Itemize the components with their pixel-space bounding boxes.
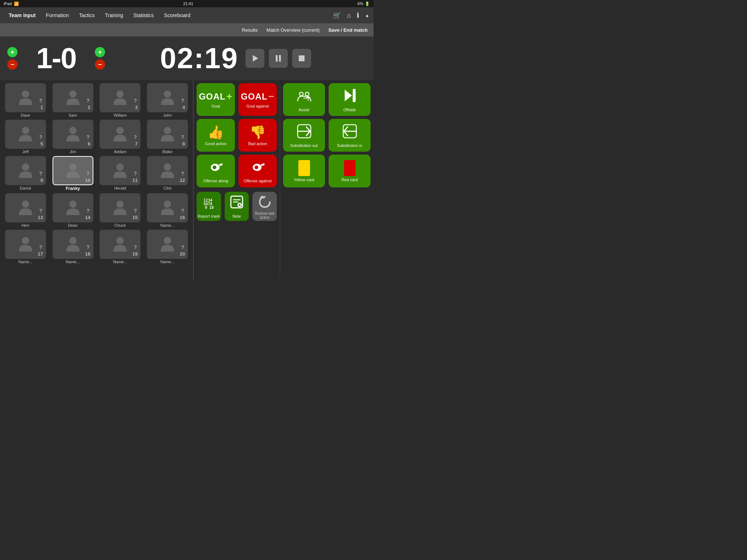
player-cell-19[interactable]: ? 19 Name... (98, 230, 143, 264)
player-cell-10[interactable]: ? 10 Franky (50, 156, 96, 191)
tab-formation[interactable]: Formation (42, 10, 73, 20)
player-avatar-14: ? 14 (53, 193, 93, 222)
save-end-match-button[interactable]: Save / End match (328, 27, 368, 33)
pause-button[interactable] (269, 49, 288, 68)
stop-button[interactable] (292, 49, 311, 68)
player-cell-15[interactable]: ? 15 Chuck (98, 193, 143, 228)
match-overview-link[interactable]: Match Overview (current) (266, 27, 320, 33)
bad-action-button[interactable]: 👎 Bad action (239, 119, 277, 152)
svg-rect-2 (279, 55, 281, 62)
info-icon[interactable]: ℹ (357, 11, 359, 19)
score-minus-away[interactable]: − (95, 59, 105, 70)
tab-tactics[interactable]: Tactics (75, 10, 99, 20)
sub-in-icon (342, 123, 358, 142)
substitution-in-button[interactable]: Substitution in (329, 119, 371, 152)
player-cell-9[interactable]: ? 9 Darick (3, 156, 48, 191)
cart-icon[interactable]: 🛒 (333, 11, 341, 19)
assist-label: Assist (299, 108, 309, 112)
svg-point-20 (22, 237, 29, 244)
action-row: 👍 Good action 👎 Bad action (197, 119, 277, 152)
score-plus-away[interactable]: + (95, 47, 105, 57)
home-icon[interactable]: ⌂ (347, 12, 351, 19)
goal-row: GOAL+ Goal GOAL− Goal against (197, 83, 277, 116)
player-cell-12[interactable]: ? 12 Clint (145, 156, 190, 191)
player-avatar-6: ? 6 (53, 120, 93, 149)
yellow-card-button[interactable]: Yellow card (283, 155, 325, 187)
player-cell-11[interactable]: ? 11 Herald (98, 156, 143, 191)
svg-point-22 (116, 237, 124, 244)
offside-button[interactable]: Offside (329, 83, 371, 116)
results-link[interactable]: Results (242, 27, 258, 33)
player-cell-8[interactable]: ? 8 Blake (145, 120, 190, 154)
note-label: Note (232, 214, 241, 218)
svg-marker-46 (345, 90, 352, 101)
score-area: + − 1-0 + − 02:19 (0, 36, 374, 80)
device-label: iPad (4, 1, 12, 6)
player-cell-7[interactable]: ? 7 Addam (98, 120, 143, 154)
svg-point-8 (22, 127, 29, 134)
note-button[interactable]: Note (225, 192, 249, 221)
restore-last-action-button[interactable]: Restore last action (252, 192, 277, 221)
svg-point-11 (164, 127, 171, 134)
assist-icon (296, 88, 312, 106)
offense-against-button[interactable]: Offense against (239, 155, 277, 187)
player-cell-6[interactable]: ? 6 Jim (50, 120, 96, 154)
play-button[interactable] (245, 49, 264, 68)
away-score: 0 (61, 42, 76, 74)
goal-against-button[interactable]: GOAL− Goal against (239, 83, 277, 116)
tab-scoreboard[interactable]: Scoreboard (160, 10, 195, 20)
timer-section: 02:19 (105, 42, 366, 75)
goal-button[interactable]: GOAL+ Goal (197, 83, 235, 116)
player-cell-20[interactable]: ? 20 Name... (145, 230, 190, 264)
whistle-green-icon (209, 159, 223, 177)
svg-rect-25 (219, 163, 223, 166)
yellow-card-icon (298, 160, 310, 176)
player-name-20: Name... (160, 260, 175, 264)
tab-statistics[interactable]: Statistics (129, 10, 158, 20)
apps-icon[interactable]: ✦ (365, 12, 369, 19)
svg-point-26 (213, 166, 216, 169)
player-cell-4[interactable]: ? 4 John (145, 83, 190, 117)
svg-marker-0 (253, 55, 258, 62)
goal-against-icon: GOAL− (241, 91, 275, 102)
restore-icon (257, 193, 273, 210)
time-display: 21:41 (183, 1, 193, 6)
battery-icon: 🔋 (365, 1, 370, 6)
assist-button[interactable]: Assist (283, 83, 325, 116)
card-row: Yellow card Red card (283, 155, 371, 187)
good-action-button[interactable]: 👍 Good action (197, 119, 235, 152)
player-avatar-3: ? 3 (100, 83, 140, 112)
score-minus-home[interactable]: − (7, 59, 18, 70)
player-cell-16[interactable]: ? 16 Name... (145, 193, 190, 228)
report-mark-label: Report mark (198, 214, 220, 218)
player-cell-5[interactable]: ? 5 Jeff (3, 120, 48, 154)
player-avatar-11: ? 11 (100, 156, 140, 185)
svg-point-23 (164, 237, 171, 244)
svg-point-16 (22, 201, 29, 208)
status-right: 6% 🔋 (357, 1, 370, 6)
player-cell-18[interactable]: ? 18 Name... (50, 230, 96, 264)
tab-team-input[interactable]: Team input (4, 10, 40, 20)
red-card-button[interactable]: Red card (329, 155, 371, 187)
player-cell-13[interactable]: ? 13 Herr (3, 193, 48, 228)
wifi-icon: 📶 (14, 1, 19, 6)
red-card-label: Red card (341, 178, 358, 182)
actions-left: GOAL+ Goal GOAL− Goal against 👍 Good act… (197, 83, 277, 277)
svg-point-14 (116, 163, 124, 171)
tab-training[interactable]: Training (100, 10, 127, 20)
score-plus-home[interactable]: + (7, 47, 18, 57)
player-cell-3[interactable]: ? 3 William (98, 83, 143, 117)
player-name-4: John (163, 113, 172, 117)
player-name-18: Name... (66, 260, 80, 264)
player-grid-container: ? 1 Dave ? 2 Sam ? 3 William ? 4 John (0, 80, 194, 280)
player-cell-1[interactable]: ? 1 Dave (3, 83, 48, 117)
player-cell-14[interactable]: ? 14 Dean (50, 193, 96, 228)
substitution-out-button[interactable]: Substitution out (283, 119, 325, 152)
player-name-2: Sam (69, 113, 77, 117)
player-cell-2[interactable]: ? 2 Sam (50, 83, 96, 117)
report-mark-button[interactable]: 1234 5678 9 10 Report mark (197, 192, 221, 221)
offense-against-label: Offense against (244, 179, 272, 183)
player-cell-17[interactable]: ? 17 Name... (3, 230, 48, 264)
offense-along-button[interactable]: Offense along (197, 155, 235, 187)
svg-rect-47 (353, 89, 356, 102)
